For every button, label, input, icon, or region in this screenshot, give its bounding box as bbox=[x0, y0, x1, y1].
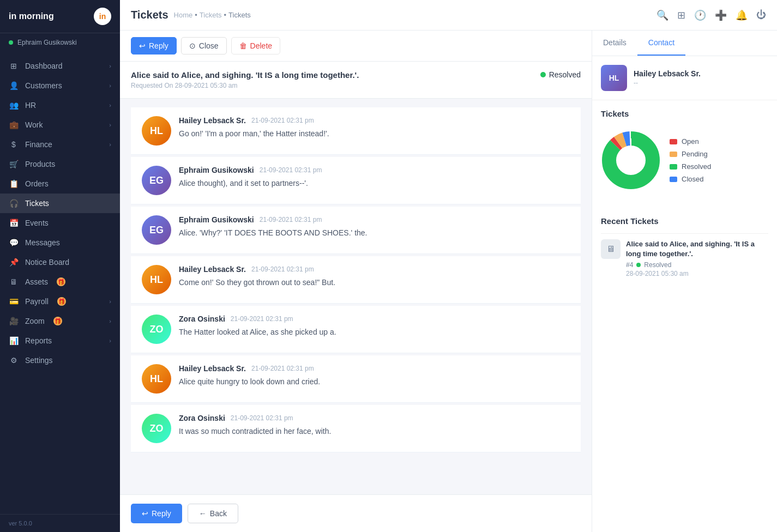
sidebar-item-work[interactable]: 💼 Work › bbox=[0, 115, 120, 135]
chevron-icon: › bbox=[109, 298, 111, 305]
message-row: EG Ephraim Gusikowski 21-09-2021 02:31 p… bbox=[131, 157, 581, 204]
message-avatar: HL bbox=[142, 116, 171, 146]
brand-logo: in bbox=[94, 8, 111, 25]
chevron-icon: › bbox=[109, 102, 111, 108]
clock-icon[interactable]: 🕐 bbox=[694, 9, 706, 21]
breadcrumb: Home • Tickets • Tickets bbox=[174, 11, 251, 19]
sidebar-item-orders[interactable]: 📋 Orders bbox=[0, 174, 120, 194]
message-avatar: EG bbox=[142, 215, 171, 245]
grid-icon[interactable]: ⊞ bbox=[677, 9, 685, 21]
message-avatar: ZO bbox=[142, 414, 171, 443]
message-text: Go on!' 'I'm a poor man,' the Hatter ins… bbox=[179, 128, 570, 140]
sidebar-user: Ephraim Gusikowski bbox=[0, 33, 120, 52]
recent-ticket-icon: 🖥 bbox=[601, 239, 621, 259]
message-author: Ephraim Gusikowski bbox=[179, 215, 254, 224]
recent-status-dot bbox=[636, 263, 641, 267]
bottom-toolbar: ↩ Reply ← Back bbox=[120, 494, 592, 532]
message-row: EG Ephraim Gusikowski 21-09-2021 02:31 p… bbox=[131, 207, 581, 254]
ticket-main: ↩ Reply ⊙ Close 🗑 Delete Alice said to A… bbox=[120, 31, 592, 532]
message-text: Come on!' So they got thrown out to sea!… bbox=[179, 277, 570, 288]
recent-status-label: Resolved bbox=[644, 261, 671, 269]
sidebar-item-noticeboard[interactable]: 📌 Notice Board bbox=[0, 252, 120, 272]
sidebar-item-tickets[interactable]: 🎧 Tickets bbox=[0, 194, 120, 213]
finance-icon: $ bbox=[9, 140, 19, 149]
reply-button-top[interactable]: ↩ Reply bbox=[131, 37, 177, 55]
breadcrumb-current: Tickets bbox=[228, 11, 251, 19]
sidebar-label-tickets: Tickets bbox=[25, 199, 49, 208]
contact-avatar: HL bbox=[601, 65, 627, 91]
message-author: Ephraim Gusikowski bbox=[179, 166, 254, 174]
legend-open: Open bbox=[670, 137, 711, 146]
settings-icon: ⚙ bbox=[9, 356, 19, 365]
recent-tickets-title: Recent Tickets bbox=[601, 216, 768, 226]
pending-dot bbox=[670, 152, 677, 157]
sidebar-label-events: Events bbox=[25, 219, 49, 227]
close-button[interactable]: ⊙ Close bbox=[181, 37, 227, 55]
sidebar-item-messages[interactable]: 💬 Messages bbox=[0, 233, 120, 252]
sidebar-item-events[interactable]: 📅 Events bbox=[0, 213, 120, 233]
recent-ticket-item[interactable]: 🖥 Alice said to Alice, and sighing. 'It … bbox=[601, 233, 768, 283]
message-row: ZO Zora Osinski 21-09-2021 02:31 pm The … bbox=[131, 306, 581, 353]
sidebar-item-dashboard[interactable]: ⊞ Dashboard › bbox=[0, 56, 120, 76]
message-time: 21-09-2021 02:31 pm bbox=[260, 166, 322, 174]
ticket-requested: Requested On 28-09-2021 05:30 am bbox=[131, 82, 359, 89]
sidebar-label-messages: Messages bbox=[25, 238, 60, 247]
recent-ticket-title: Alice said to Alice, and sighing. 'It IS… bbox=[626, 239, 768, 259]
tab-details[interactable]: Details bbox=[592, 31, 637, 56]
chevron-icon: › bbox=[109, 63, 111, 69]
plus-icon[interactable]: ➕ bbox=[715, 9, 727, 21]
sidebar-label-hr: HR bbox=[25, 101, 36, 110]
customers-icon: 👤 bbox=[9, 81, 19, 90]
sidebar-label-settings: Settings bbox=[25, 356, 53, 365]
message-time: 21-09-2021 02:31 pm bbox=[231, 315, 293, 323]
sidebar-item-customers[interactable]: 👤 Customers › bbox=[0, 76, 120, 95]
legend-resolved: Resolved bbox=[670, 162, 711, 171]
tickets-chart: Open Pending Resolved Closed bbox=[601, 126, 768, 199]
back-button[interactable]: ← Back bbox=[188, 504, 238, 523]
sidebar-item-reports[interactable]: 📊 Reports › bbox=[0, 331, 120, 350]
sidebar-label-zoom: Zoom bbox=[25, 317, 45, 325]
sidebar-item-assets[interactable]: 🖥 Assets 🎁 bbox=[0, 272, 120, 292]
sidebar-item-zoom[interactable]: 🎥 Zoom 🎁 › bbox=[0, 311, 120, 331]
breadcrumb-home[interactable]: Home bbox=[174, 11, 193, 19]
sidebar-item-hr[interactable]: 👥 HR › bbox=[0, 95, 120, 115]
brand-name: in morning bbox=[9, 11, 54, 21]
ticket-subject: Alice said to Alice, and sighing. 'It IS… bbox=[131, 70, 359, 80]
sidebar-label-products: Products bbox=[25, 160, 55, 168]
messages-icon: 💬 bbox=[9, 238, 19, 247]
recent-tickets-section: Recent Tickets 🖥 Alice said to Alice, an… bbox=[592, 208, 777, 292]
close-icon: ⊙ bbox=[189, 41, 196, 50]
sidebar-item-payroll[interactable]: 💳 Payroll 🎁 › bbox=[0, 292, 120, 311]
chevron-icon: › bbox=[109, 82, 111, 89]
power-icon[interactable]: ⏻ bbox=[756, 9, 766, 21]
message-avatar: ZO bbox=[142, 315, 171, 344]
bell-icon[interactable]: 🔔 bbox=[736, 9, 748, 21]
reply-icon-top: ↩ bbox=[139, 41, 146, 50]
sidebar-nav: ⊞ Dashboard › 👤 Customers › 👥 HR › 💼 Wor… bbox=[0, 52, 120, 514]
tab-contact[interactable]: Contact bbox=[637, 31, 685, 56]
message-time: 21-09-2021 02:31 pm bbox=[260, 216, 322, 223]
ticket-header-top: Alice said to Alice, and sighing. 'It IS… bbox=[131, 70, 581, 89]
sidebar-label-customers: Customers bbox=[25, 81, 62, 90]
tickets-section-title: Tickets bbox=[601, 109, 768, 118]
assets-icon: 🖥 bbox=[9, 277, 19, 286]
breadcrumb-tickets[interactable]: Tickets bbox=[200, 11, 222, 19]
message-author: Zora Osinski bbox=[179, 414, 225, 422]
sidebar-item-finance[interactable]: $ Finance › bbox=[0, 135, 120, 154]
message-text: Alice. 'Why?' 'IT DOES THE BOOTS AND SHO… bbox=[179, 227, 570, 239]
reply-button-bottom[interactable]: ↩ Reply bbox=[131, 504, 182, 523]
ticket-toolbar: ↩ Reply ⊙ Close 🗑 Delete bbox=[120, 31, 592, 62]
search-icon[interactable]: 🔍 bbox=[656, 9, 668, 21]
message-text: The Hatter looked at Alice, as she picke… bbox=[179, 327, 570, 338]
sidebar-item-products[interactable]: 🛒 Products bbox=[0, 154, 120, 174]
message-row: HL Hailey Lebsack Sr. 21-09-2021 02:31 p… bbox=[131, 256, 581, 304]
content-area: ↩ Reply ⊙ Close 🗑 Delete Alice said to A… bbox=[120, 31, 777, 532]
sidebar-label-assets: Assets bbox=[25, 277, 48, 286]
tickets-icon: 🎧 bbox=[9, 199, 19, 208]
sidebar-item-settings[interactable]: ⚙ Settings bbox=[0, 350, 120, 370]
messages-area: HL Hailey Lebsack Sr. 21-09-2021 02:31 p… bbox=[120, 99, 592, 494]
sidebar-header: in morning in bbox=[0, 0, 120, 33]
main-content: Tickets Home • Tickets • Tickets 🔍 ⊞ 🕐 ➕… bbox=[120, 0, 777, 532]
products-icon: 🛒 bbox=[9, 160, 19, 168]
delete-button[interactable]: 🗑 Delete bbox=[231, 37, 280, 55]
